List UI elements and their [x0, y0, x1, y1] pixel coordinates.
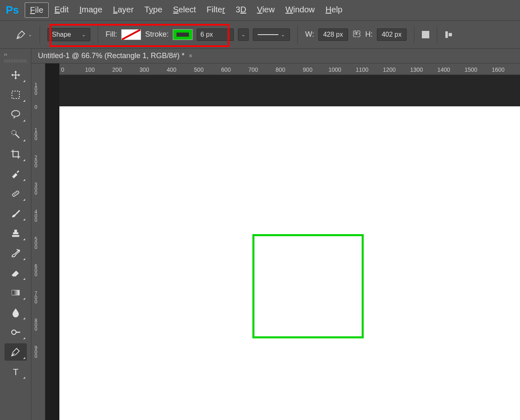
line-icon: [258, 34, 278, 35]
menu-view[interactable]: View: [252, 2, 280, 18]
ruler-tick: 300: [139, 66, 149, 73]
eyedropper-icon: [10, 169, 21, 179]
brush-icon: [10, 208, 21, 219]
divider: [40, 26, 40, 44]
tool-mode-select[interactable]: Shape ⌄: [47, 28, 90, 41]
rectangle-shape[interactable]: [252, 234, 364, 338]
history-brush-tool[interactable]: [5, 244, 27, 262]
stroke-style-select[interactable]: ⌄: [253, 28, 290, 41]
menu-image[interactable]: Image: [75, 2, 108, 18]
pen-icon: [16, 29, 26, 40]
menu-file[interactable]: File: [25, 2, 49, 18]
menu-window[interactable]: Window: [280, 2, 320, 18]
close-icon[interactable]: ×: [188, 52, 192, 60]
chevron-down-icon: ⌄: [28, 32, 32, 38]
chevron-down-icon: ⌄: [281, 32, 285, 38]
ruler-tick: 700: [33, 291, 39, 303]
lasso-tool[interactable]: [5, 106, 27, 123]
svg-rect-8: [12, 290, 19, 295]
svg-point-7: [16, 192, 17, 193]
marquee-tool[interactable]: [5, 86, 27, 103]
horizontal-ruler[interactable]: 0 100 200 300 400 500 600 700 800 900 10…: [59, 63, 520, 75]
options-bar: ⌄ Shape ⌄ Fill: Stroke: 6 px ⌄ ⌄ W: H:: [0, 21, 520, 49]
lasso-icon: [10, 109, 21, 120]
menu-3d[interactable]: 3D: [231, 2, 252, 18]
stroke-width-dropdown[interactable]: ⌄: [238, 28, 249, 41]
width-label: W:: [305, 30, 314, 39]
ruler-tick: 800: [33, 318, 39, 330]
dodge-icon: [10, 327, 21, 338]
stroke-color-swatch[interactable]: [173, 29, 193, 40]
ruler-tick: 100: [33, 127, 39, 140]
divider: [437, 26, 437, 44]
move-icon: [10, 70, 21, 80]
eraser-icon: [10, 267, 21, 278]
ruler-tick: 900: [303, 66, 312, 73]
canvas-wrap: 100 0 100 200 300 400 500 600 700 800 90…: [31, 63, 520, 420]
ruler-tick: 1600: [492, 66, 504, 73]
eraser-tool[interactable]: [5, 264, 27, 282]
stroke-label: Stroke:: [145, 30, 169, 39]
blur-tool[interactable]: [5, 304, 27, 321]
ruler-tick: 600: [221, 66, 231, 73]
clone-stamp-tool[interactable]: [5, 225, 27, 242]
crop-tool[interactable]: [5, 145, 27, 163]
height-input[interactable]: [377, 28, 407, 41]
menu-edit[interactable]: Edit: [49, 2, 73, 18]
panel-collapse-handle[interactable]: ››: [1, 50, 31, 59]
document-tab-title: Untitled-1 @ 66.7% (Rectangle 1, RGB/8#)…: [38, 52, 184, 60]
menu-help[interactable]: Help: [320, 2, 347, 18]
svg-rect-0: [445, 31, 448, 38]
menu-layer[interactable]: Layer: [108, 2, 139, 18]
work-area: ›› T Untitled-1 @ 66.7% (Rectangle 1, RG…: [0, 49, 520, 420]
width-input[interactable]: [318, 28, 348, 41]
ruler-tick: 800: [275, 66, 285, 73]
link-icon[interactable]: [352, 30, 361, 39]
gradient-icon: [11, 288, 21, 298]
bandaid-icon: [10, 188, 21, 199]
ruler-tick: 1400: [437, 66, 450, 73]
svg-point-5: [15, 193, 16, 194]
divider: [98, 26, 98, 44]
pasteboard: [59, 75, 520, 106]
ruler-tick: 1100: [355, 66, 368, 73]
ruler-tick: 0: [33, 104, 39, 108]
align-edges-button[interactable]: [445, 31, 453, 39]
brush-tool[interactable]: [5, 205, 27, 222]
divider: [414, 26, 414, 44]
type-tool[interactable]: T: [5, 363, 27, 380]
ruler-tick: 200: [112, 66, 122, 73]
menu-type[interactable]: Type: [139, 2, 167, 18]
panel-grip[interactable]: [4, 59, 27, 63]
ruler-tick: 300: [33, 182, 39, 194]
svg-point-9: [12, 330, 16, 335]
stroke-width-input[interactable]: 6 px: [197, 28, 234, 41]
svg-text:T: T: [13, 367, 18, 377]
dodge-tool[interactable]: [5, 324, 27, 341]
crop-icon: [10, 149, 21, 160]
move-tool[interactable]: [5, 66, 27, 84]
vertical-ruler[interactable]: 100 0 100 200 300 400 500 600 700 800 90…: [31, 63, 45, 420]
ruler-tick: 400: [167, 66, 176, 73]
ruler-tick: 500: [194, 66, 203, 73]
healing-brush-tool[interactable]: [5, 185, 27, 202]
path-operations-button[interactable]: [422, 31, 429, 38]
menu-filter[interactable]: Filter: [202, 2, 230, 18]
eyedropper-tool[interactable]: [5, 165, 27, 183]
fill-color-swatch[interactable]: [121, 29, 141, 40]
canvas-viewport[interactable]: 0 100 200 300 400 500 600 700 800 900 10…: [45, 63, 520, 420]
active-tool-indicator[interactable]: ⌄: [16, 29, 32, 40]
svg-point-6: [14, 194, 14, 195]
ruler-tick: 1300: [410, 66, 423, 73]
quick-select-tool[interactable]: [5, 126, 27, 143]
ruler-tick: 1000: [328, 66, 341, 73]
stroke-width-value: 6 px: [200, 31, 213, 38]
menu-select[interactable]: Select: [168, 2, 201, 18]
pen-tool[interactable]: [5, 343, 27, 361]
type-icon: T: [10, 366, 21, 377]
history-brush-icon: [10, 248, 21, 258]
gradient-tool[interactable]: [5, 284, 27, 301]
ruler-tick: 400: [33, 209, 39, 221]
canvas[interactable]: [59, 106, 520, 420]
document-tab[interactable]: Untitled-1 @ 66.7% (Rectangle 1, RGB/8#)…: [38, 52, 193, 60]
